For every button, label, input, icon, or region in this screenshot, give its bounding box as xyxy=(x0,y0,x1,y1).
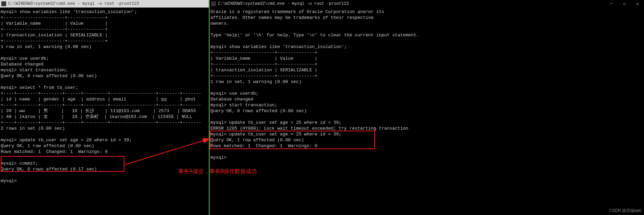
watermark: CSDN @后端wjw xyxy=(609,208,641,214)
terminal-pane-left: C:\WINDOWS\system32\cmd.exe - mysql -u r… xyxy=(0,0,209,215)
window-title-left: C:\WINDOWS\system32\cmd.exe - mysql -u r… xyxy=(8,1,139,6)
annotation-text: 事务A提交，事务B操作数据成功 xyxy=(178,168,257,175)
cmd-icon xyxy=(1,1,6,6)
titlebar-right[interactable]: C:\WINDOWS\system32\cmd.exe - mysql -u r… xyxy=(210,0,644,8)
terminal-output-right[interactable]: Oracle is a registered trademark of Orac… xyxy=(210,8,644,215)
window-title-right: C:\WINDOWS\system32\cmd.exe - mysql -u r… xyxy=(218,1,349,6)
cmd-icon xyxy=(211,1,216,6)
maximize-button[interactable]: ☐ xyxy=(618,0,631,8)
titlebar-left[interactable]: C:\WINDOWS\system32\cmd.exe - mysql -u r… xyxy=(0,0,209,8)
window-controls: — ☐ ✕ xyxy=(605,0,644,8)
terminal-pane-right: C:\WINDOWS\system32\cmd.exe - mysql -u r… xyxy=(209,0,644,215)
terminal-output-left[interactable]: mysql> show variables like 'transaction_… xyxy=(0,8,209,215)
close-button[interactable]: ✕ xyxy=(631,0,644,8)
minimize-button[interactable]: — xyxy=(605,0,618,8)
